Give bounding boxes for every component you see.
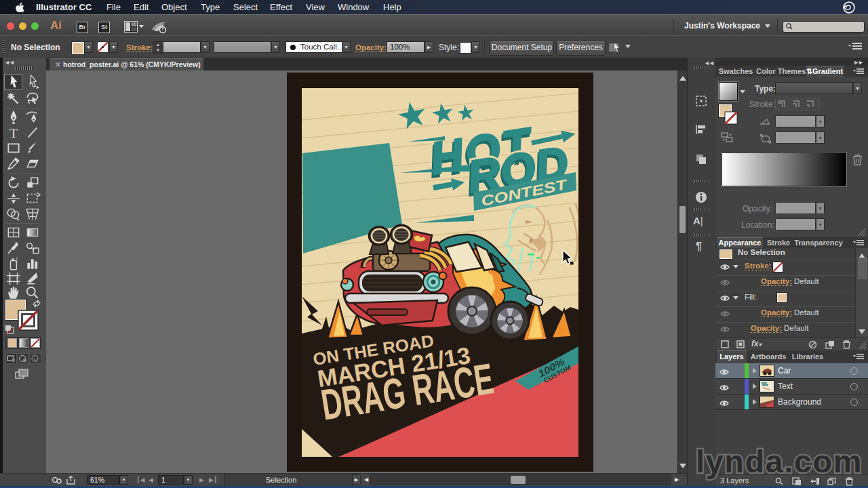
svg-text:T: T	[9, 125, 18, 140]
svg-text:lynda.com: lynda.com	[696, 443, 863, 479]
